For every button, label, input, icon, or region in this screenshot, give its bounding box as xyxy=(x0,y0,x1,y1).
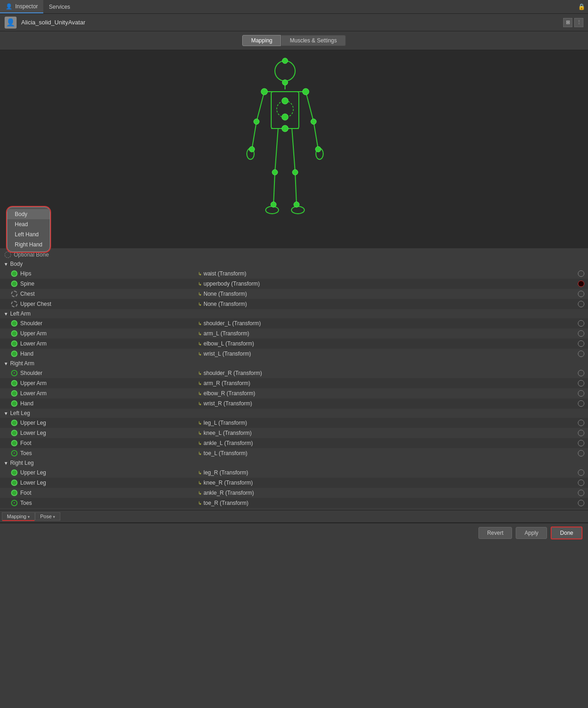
body-section-label: Body xyxy=(10,261,23,267)
svg-line-14 xyxy=(292,129,295,172)
tab-mapping[interactable]: Mapping xyxy=(242,35,281,46)
popup-item-head[interactable]: Head xyxy=(7,219,50,229)
rl-toes-circle-btn[interactable] xyxy=(578,500,584,506)
svg-point-17 xyxy=(282,58,288,64)
section-left-leg[interactable]: ▼ Left Leg xyxy=(0,409,588,418)
ll-toes-circle-btn[interactable] xyxy=(578,450,584,456)
bone-row-rl-lower-leg: Lower Leg ↳ knee_R (Transform) xyxy=(0,478,588,488)
svg-point-20 xyxy=(303,88,309,95)
ra-lower-arm-circle-btn[interactable] xyxy=(578,390,584,397)
chest-indicator xyxy=(11,291,17,297)
done-button[interactable]: Done xyxy=(551,527,582,539)
person-icon: 👤 xyxy=(6,3,12,10)
la-hand-indicator xyxy=(11,351,17,357)
svg-point-23 xyxy=(249,146,255,152)
ll-toes-name: Toes xyxy=(20,450,32,456)
svg-point-18 xyxy=(282,80,288,85)
popup-item-left-hand[interactable]: Left Hand xyxy=(7,229,50,240)
hips-value: waist (Transform) xyxy=(204,270,246,277)
left-arm-section-label: Left Arm xyxy=(10,310,31,317)
rl-foot-indicator xyxy=(11,490,17,496)
rl-upper-leg-name: Upper Leg xyxy=(20,469,46,476)
bone-row-ll-lower-leg: Lower Leg ↳ knee_L (Transform) xyxy=(0,428,588,438)
rl-lower-leg-circle-btn[interactable] xyxy=(578,480,584,486)
svg-point-30 xyxy=(271,202,276,207)
inspector-header: 👤 Alicia_solid_UnityAvatar ⊞ ⋮ xyxy=(0,14,588,31)
lock-icon[interactable]: 🔒 xyxy=(578,3,585,10)
avatar-figure xyxy=(239,57,349,241)
bone-row-ra-lower-arm: Lower Arm ↳ elbow_R (Transform) xyxy=(0,388,588,398)
ra-upper-arm-circle-btn[interactable] xyxy=(578,380,584,386)
ra-hand-indicator xyxy=(11,400,17,407)
rl-upper-leg-value: leg_R (Transform) xyxy=(204,469,248,476)
ll-upper-leg-indicator xyxy=(11,420,17,426)
ll-upper-leg-value: leg_L (Transform) xyxy=(204,420,247,426)
la-shoulder-circle-btn[interactable] xyxy=(578,320,584,327)
ra-hand-value: wrist_R (Transform) xyxy=(204,400,252,407)
tab-inspector[interactable]: 👤 Inspector xyxy=(0,0,43,13)
inspector-label: Inspector xyxy=(15,3,38,10)
ra-shoulder-circle-btn[interactable] xyxy=(578,370,584,376)
body-arrow-icon: ▼ xyxy=(4,262,8,267)
optional-bone-row: Optional Bone xyxy=(0,250,588,259)
ll-lower-leg-circle-btn[interactable] xyxy=(578,430,584,436)
svg-line-12 xyxy=(274,172,275,205)
popup-item-right-hand[interactable]: Right Hand xyxy=(7,240,50,250)
la-hand-circle-btn[interactable] xyxy=(578,351,584,357)
ra-shoulder-indicator xyxy=(11,370,17,376)
ra-hand-circle-btn[interactable] xyxy=(578,400,584,407)
inspector-icon-btn[interactable]: ⊞ xyxy=(563,18,572,27)
bone-row-ll-upper-leg: Upper Leg ↳ leg_L (Transform) xyxy=(0,418,588,428)
menu-icon-btn[interactable]: ⋮ xyxy=(574,18,583,27)
popup-item-body[interactable]: Body xyxy=(7,209,50,219)
ll-toes-indicator xyxy=(11,450,17,456)
hips-name: Hips xyxy=(20,270,31,277)
spine-value: upperbody (Transform) xyxy=(204,281,260,287)
rl-upper-leg-circle-btn[interactable] xyxy=(578,469,584,476)
rl-foot-name: Foot xyxy=(20,490,31,496)
rl-foot-value: ankle_R (Transform) xyxy=(204,490,254,496)
left-leg-section-label: Left Leg xyxy=(10,410,30,416)
bone-row-rl-toes: Toes ↳ toe_R (Transform) xyxy=(0,498,588,508)
svg-point-0 xyxy=(275,61,295,81)
section-body[interactable]: ▼ Body xyxy=(0,259,588,269)
bottom-tab-mapping-label: Mapping xyxy=(7,514,26,519)
spine-value-icon: ↳ xyxy=(198,281,202,287)
bottom-tab-pose-label: Pose xyxy=(40,514,52,519)
la-lower-arm-name: Lower Arm xyxy=(20,340,47,347)
upper-chest-value-icon: ↳ xyxy=(198,302,202,307)
section-left-arm[interactable]: ▼ Left Arm xyxy=(0,309,588,318)
right-arm-section-label: Right Arm xyxy=(10,360,35,367)
optional-icon xyxy=(5,252,11,258)
tab-services[interactable]: Services xyxy=(43,0,76,13)
rl-foot-circle-btn[interactable] xyxy=(578,490,584,496)
apply-button[interactable]: Apply xyxy=(516,527,547,539)
svg-line-7 xyxy=(306,92,314,122)
ra-lower-arm-value: elbow_R (Transform) xyxy=(204,390,255,397)
spine-circle-btn[interactable] xyxy=(578,281,584,287)
mapping-tabs-bar: Mapping Muscles & Settings xyxy=(0,31,588,50)
chest-circle-btn[interactable] xyxy=(578,291,584,297)
svg-point-28 xyxy=(272,170,278,175)
section-right-arm[interactable]: ▼ Right Arm xyxy=(0,359,588,368)
la-upper-arm-circle-btn[interactable] xyxy=(578,330,584,337)
la-lower-arm-circle-btn[interactable] xyxy=(578,340,584,347)
tab-muscles-settings[interactable]: Muscles & Settings xyxy=(281,35,345,46)
ra-upper-arm-indicator xyxy=(11,380,17,386)
ll-upper-leg-name: Upper Leg xyxy=(20,420,46,426)
upper-chest-circle-btn[interactable] xyxy=(578,301,584,307)
ll-upper-leg-circle-btn[interactable] xyxy=(578,420,584,426)
svg-line-8 xyxy=(314,122,318,149)
bottom-tab-pose-arrow: ▾ xyxy=(53,515,55,519)
section-right-leg[interactable]: ▼ Right Leg xyxy=(0,458,588,468)
svg-line-4 xyxy=(256,92,264,122)
hips-circle-btn[interactable] xyxy=(578,270,584,277)
revert-button[interactable]: Revert xyxy=(478,527,512,539)
ll-foot-circle-btn[interactable] xyxy=(578,440,584,446)
bottom-tab-pose[interactable]: Pose ▾ xyxy=(35,512,60,521)
svg-rect-3 xyxy=(271,92,299,129)
bone-row-chest: Chest ↳ None (Transform) xyxy=(0,289,588,299)
bottom-tab-mapping[interactable]: Mapping ▾ xyxy=(2,512,35,521)
ll-lower-leg-value: knee_L (Transform) xyxy=(204,430,251,436)
rl-lower-leg-indicator xyxy=(11,480,17,486)
